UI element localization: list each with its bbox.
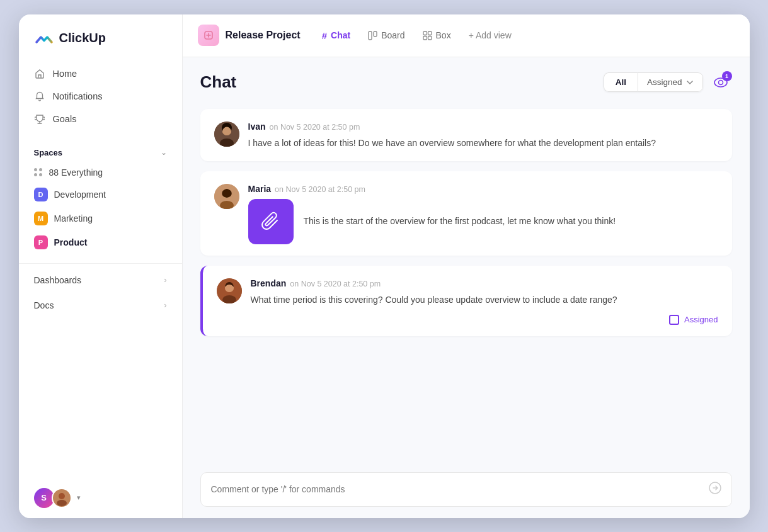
- user-avatar-2[interactable]: [52, 488, 72, 508]
- message-content: Maria on Nov 5 2020 at 2:50 pm This is t…: [248, 184, 718, 244]
- sidebar-item-goals[interactable]: Goals: [26, 108, 175, 130]
- tab-box[interactable]: Box: [414, 25, 460, 45]
- avatar-brendan: [217, 278, 242, 303]
- main-content: Release Project # Chat Board: [183, 14, 750, 518]
- project-title: Release Project: [226, 30, 301, 41]
- sidebar-nav: Home Notifications: [19, 60, 182, 130]
- everything-label: 88 Everything: [49, 167, 103, 178]
- tab-board-label: Board: [381, 30, 404, 40]
- app-window: ClickUp Home Notific: [19, 14, 750, 518]
- marketing-badge: M: [34, 212, 48, 225]
- project-icon: [198, 25, 219, 46]
- sidebar-item-product[interactable]: P Product: [19, 230, 182, 254]
- chat-input-area: [183, 465, 750, 518]
- board-icon: [368, 31, 377, 40]
- msg-time: on Nov 5 2020 at 2:50 pm: [275, 185, 365, 194]
- svg-point-10: [718, 80, 723, 84]
- svg-rect-5: [423, 31, 427, 35]
- add-view-button[interactable]: + Add view: [460, 25, 520, 45]
- sidebar-item-everything[interactable]: 88 Everything: [19, 162, 182, 183]
- sidebar-item-development[interactable]: D Development: [19, 183, 182, 207]
- avatar-maria: [214, 184, 239, 209]
- msg-time: on Nov 5 2020 at 2:50 pm: [290, 280, 381, 288]
- development-badge: D: [34, 188, 48, 201]
- sidebar-item-home[interactable]: Home: [26, 62, 175, 85]
- msg-text: What time period is this covering? Could…: [251, 293, 718, 307]
- tab-chat[interactable]: # Chat: [313, 25, 359, 46]
- message-card: Brendan on Nov 5 2020 at 2:50 pm What ti…: [200, 266, 732, 336]
- svg-point-1: [57, 500, 67, 506]
- docs-chevron-icon: ›: [164, 300, 166, 310]
- clickup-logo-icon: [34, 28, 54, 48]
- chevron-down-icon: [686, 79, 694, 86]
- attachment-card: This is the start of the overview for th…: [248, 199, 718, 244]
- dashboards-label: Dashboards: [34, 275, 82, 285]
- sidebar-item-dashboards[interactable]: Dashboards ›: [19, 268, 182, 293]
- assigned-label: Assigned: [684, 315, 718, 324]
- sidebar-divider: [19, 263, 182, 264]
- development-label: Development: [54, 190, 106, 200]
- msg-author: Brendan: [251, 278, 287, 288]
- svg-rect-4: [374, 31, 377, 37]
- user-avatar-s[interactable]: S: [34, 488, 54, 508]
- chat-header: Chat All Assigned: [183, 57, 750, 103]
- sidebar: ClickUp Home Notific: [19, 14, 183, 518]
- tab-box-label: Box: [436, 30, 451, 40]
- product-badge: P: [34, 235, 48, 249]
- footer-chevron-icon[interactable]: ▾: [77, 494, 81, 502]
- message-content: Brendan on Nov 5 2020 at 2:50 pm What ti…: [251, 278, 718, 325]
- spaces-header: Spaces ⌄: [19, 137, 182, 162]
- msg-meta: Ivan on Nov 5 2020 at 2:50 pm: [248, 122, 718, 132]
- home-icon: [34, 68, 45, 79]
- home-label: Home: [53, 69, 77, 79]
- assigned-checkbox[interactable]: [669, 315, 679, 325]
- filter-group: All Assigned: [604, 72, 703, 92]
- chat-header-right: All Assigned 1: [604, 71, 732, 94]
- goals-label: Goals: [53, 114, 77, 124]
- dashboards-chevron-icon: ›: [164, 275, 166, 285]
- filter-all-button[interactable]: All: [604, 72, 638, 92]
- chat-area: Chat All Assigned: [183, 57, 750, 518]
- svg-rect-3: [369, 31, 372, 40]
- chat-messages: Ivan on Nov 5 2020 at 2:50 pm I have a l…: [183, 103, 750, 465]
- svg-rect-7: [423, 36, 427, 40]
- everything-icon: [34, 168, 43, 177]
- avatar-ivan: [214, 122, 239, 147]
- spaces-title: Spaces: [34, 148, 63, 157]
- attachment-icon[interactable]: [248, 199, 294, 244]
- add-view-label: + Add view: [469, 30, 512, 40]
- hash-icon: #: [322, 30, 327, 41]
- chat-input-box: [200, 472, 732, 507]
- msg-meta: Maria on Nov 5 2020 at 2:50 pm: [248, 184, 718, 194]
- box-icon: [423, 31, 432, 40]
- assigned-filter-label: Assigned: [647, 77, 682, 87]
- svg-rect-6: [428, 31, 432, 35]
- msg-text: I have a lot of ideas for this! Do we ha…: [248, 137, 718, 150]
- message-card: Maria on Nov 5 2020 at 2:50 pm This is t…: [200, 171, 732, 256]
- send-icon[interactable]: [709, 482, 721, 497]
- tab-chat-label: Chat: [331, 30, 350, 40]
- msg-author: Ivan: [248, 122, 266, 132]
- sidebar-item-notifications[interactable]: Notifications: [26, 85, 175, 108]
- paperclip-icon: [261, 212, 281, 232]
- svg-rect-8: [428, 36, 432, 40]
- chat-input[interactable]: [211, 484, 702, 494]
- attachment-text: This is the start of the overview for th…: [304, 215, 616, 229]
- marketing-label: Marketing: [54, 213, 93, 224]
- bell-icon: [34, 91, 45, 102]
- tab-board[interactable]: Board: [359, 25, 413, 45]
- spaces-chevron-icon[interactable]: ⌄: [161, 148, 167, 157]
- eye-badge[interactable]: 1: [709, 71, 732, 94]
- msg-meta: Brendan on Nov 5 2020 at 2:50 pm: [251, 278, 718, 288]
- sidebar-footer: S ▾: [19, 478, 182, 518]
- assigned-badge: Assigned: [251, 315, 718, 325]
- sidebar-item-docs[interactable]: Docs ›: [19, 293, 182, 318]
- topbar: Release Project # Chat Board: [183, 14, 750, 57]
- product-label: Product: [54, 237, 88, 247]
- chat-title: Chat: [200, 72, 237, 92]
- docs-label: Docs: [34, 300, 54, 310]
- message-content: Ivan on Nov 5 2020 at 2:50 pm I have a l…: [248, 122, 718, 150]
- filter-assigned-button[interactable]: Assigned: [638, 72, 703, 92]
- sidebar-item-marketing[interactable]: M Marketing: [19, 207, 182, 230]
- app-name: ClickUp: [59, 31, 106, 45]
